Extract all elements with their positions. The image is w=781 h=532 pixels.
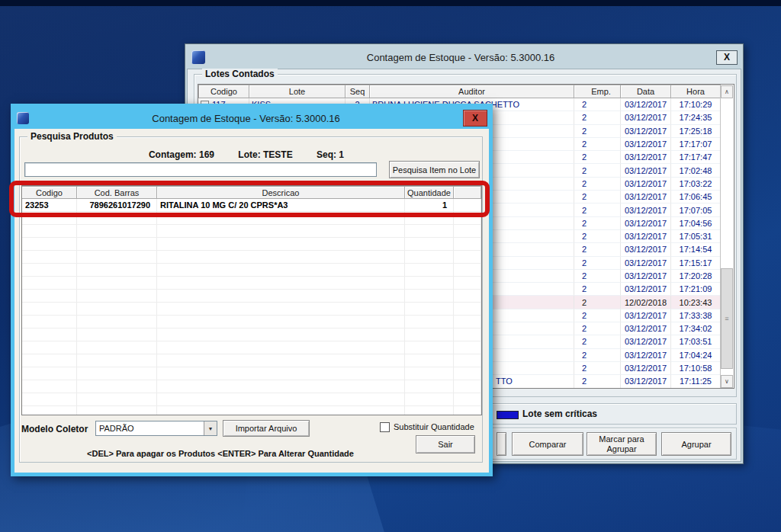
empty-table-row xyxy=(22,316,481,328)
table-cell: 03/12/2017 xyxy=(621,309,671,322)
legend-color-swatch xyxy=(497,411,519,419)
pesquisa-item-button[interactable]: Pesquisa Item no Lote xyxy=(389,161,480,178)
table-cell: 17:10:58 xyxy=(671,362,721,375)
legend-label: Lote sem críticas xyxy=(522,409,597,419)
table-cell: 2 xyxy=(574,204,621,216)
count-info: Contagem: 169 Lote: TESTE Seq: 1 xyxy=(14,149,478,160)
table-cell: 2 xyxy=(574,349,621,362)
partially-hidden-button[interactable] xyxy=(497,432,506,456)
table-cell: 17:33:38 xyxy=(671,309,721,322)
table-cell: 2 xyxy=(574,98,621,111)
table-cell: 03/12/2017 xyxy=(621,151,671,164)
window-title: Contagem de Estoque - Versão: 5.3000.16 xyxy=(205,52,716,63)
table-cell: 03/12/2017 xyxy=(621,204,671,216)
column-header-data[interactable]: Data xyxy=(621,85,671,98)
table-cell: 17:10:29 xyxy=(671,98,721,111)
table-cell: 2 xyxy=(574,125,621,138)
table-cell: 03/12/2017 xyxy=(621,243,671,256)
table-cell: 2 xyxy=(574,270,621,283)
table-cell: 17:03:51 xyxy=(671,335,721,348)
empty-table-row xyxy=(22,354,481,367)
table-cell: 10:23:43 xyxy=(671,296,721,309)
table-cell: 2 xyxy=(574,335,621,348)
table-cell: 2 xyxy=(574,111,621,124)
contagem-value: Contagem: 169 xyxy=(149,149,214,160)
titlebar[interactable]: Contagem de Estoque - Versão: 5.3000.16 … xyxy=(14,107,489,129)
table-cell: 2 xyxy=(574,309,621,322)
importar-arquivo-button[interactable]: Importar Arquivo xyxy=(223,420,310,437)
scrollbar-thumb[interactable]: ≡ xyxy=(721,268,733,369)
scroll-down-icon[interactable]: ∨ xyxy=(721,375,733,388)
lote-value: Lote: TESTE xyxy=(238,149,292,160)
table-cell: 03/12/2017 xyxy=(621,98,671,111)
table-cell: 2 xyxy=(574,283,621,296)
table-cell: 17:15:17 xyxy=(671,257,721,270)
table-cell: 03/12/2017 xyxy=(621,138,671,151)
column-header-seq[interactable]: Seq xyxy=(346,85,370,98)
empty-table-row xyxy=(22,341,481,354)
empty-table-row xyxy=(22,393,481,406)
table-cell: 2 xyxy=(574,243,621,256)
column-header-codigo[interactable]: Codigo xyxy=(198,85,249,98)
table-cell: 17:24:35 xyxy=(671,111,721,124)
produtos-table[interactable]: Codigo Cod. Barras Descricao Quantidade … xyxy=(21,185,482,415)
comparar-button[interactable]: Comparar xyxy=(512,432,583,456)
table-cell: 12/02/2018 xyxy=(621,296,671,309)
empty-table-row xyxy=(22,367,481,380)
empty-table-row xyxy=(22,290,481,303)
table-cell: 17:02:48 xyxy=(671,164,721,177)
table-cell: 17:04:24 xyxy=(671,349,721,362)
table-cell: 03/12/2017 xyxy=(621,230,671,243)
table-cell: 03/12/2017 xyxy=(621,375,671,388)
table-cell: 03/12/2017 xyxy=(621,111,671,124)
table-cell: 03/12/2017 xyxy=(621,178,671,191)
table-cell: 17:03:22 xyxy=(671,178,721,191)
table-cell: 03/12/2017 xyxy=(621,362,671,375)
desktop: Contagem de Estoque - Versão: 5.3000.16 … xyxy=(0,0,781,532)
column-header-emp[interactable]: Emp. xyxy=(574,85,621,98)
table-cell: 17:04:56 xyxy=(671,217,721,230)
empty-table-row xyxy=(22,406,481,415)
lotes-table-header[interactable]: Codigo Lote Seq Auditor Emp. Data Hora xyxy=(198,85,721,98)
table-cell: 2 xyxy=(574,191,621,204)
column-header-lote[interactable]: Lote xyxy=(249,85,346,98)
scroll-up-icon[interactable]: ∧ xyxy=(721,85,733,98)
table-cell: 2 xyxy=(574,296,621,309)
marcar-para-agrupar-button[interactable]: Marcar para Agrupar xyxy=(587,432,657,456)
vertical-scrollbar[interactable]: ∧ ≡ ∨ xyxy=(720,85,733,388)
table-cell: 2 xyxy=(574,164,621,177)
table-cell: 17:14:54 xyxy=(671,243,721,256)
keyboard-help-text: <DEL> Para apagar os Produtos <ENTER> Pa… xyxy=(14,449,426,458)
table-cell: 2 xyxy=(574,138,621,151)
empty-table-row xyxy=(22,380,481,393)
table-cell: 17:17:47 xyxy=(671,151,721,164)
chevron-down-icon[interactable]: ▼ xyxy=(204,421,217,435)
window-pesquisa-produtos: Contagem de Estoque - Versão: 5.3000.16 … xyxy=(11,104,493,476)
column-header-hora[interactable]: Hora xyxy=(671,85,721,98)
search-input[interactable] xyxy=(24,162,377,177)
agrupar-button[interactable]: Agrupar xyxy=(661,432,731,456)
empty-table-row xyxy=(22,303,481,316)
column-header-auditor[interactable]: Auditor xyxy=(370,85,574,98)
empty-table-row xyxy=(22,328,481,341)
table-cell: 2 xyxy=(574,151,621,164)
table-cell: 17:21:09 xyxy=(671,283,721,296)
table-cell: 03/12/2017 xyxy=(621,164,671,177)
table-cell: 2 xyxy=(574,217,621,230)
table-cell: 03/12/2017 xyxy=(621,322,671,335)
empty-table-row xyxy=(22,225,481,238)
modelo-coletor-value: PADRÃO xyxy=(96,424,204,433)
close-button[interactable]: X xyxy=(716,50,738,65)
table-cell: 03/12/2017 xyxy=(621,349,671,362)
empty-table-row xyxy=(22,251,481,264)
empty-table-row xyxy=(22,264,481,277)
seq-value: Seq: 1 xyxy=(317,149,344,160)
desktop-top-strip xyxy=(0,0,781,6)
close-button[interactable]: X xyxy=(463,110,487,127)
titlebar[interactable]: Contagem de Estoque - Versão: 5.3000.16 … xyxy=(187,46,741,69)
substituir-quantidade-checkbox[interactable] xyxy=(380,422,390,432)
table-cell: 2 xyxy=(574,322,621,335)
modelo-coletor-select[interactable]: PADRÃO ▼ xyxy=(95,421,217,436)
table-cell: 03/12/2017 xyxy=(621,335,671,348)
table-cell: 03/12/2017 xyxy=(621,283,671,296)
